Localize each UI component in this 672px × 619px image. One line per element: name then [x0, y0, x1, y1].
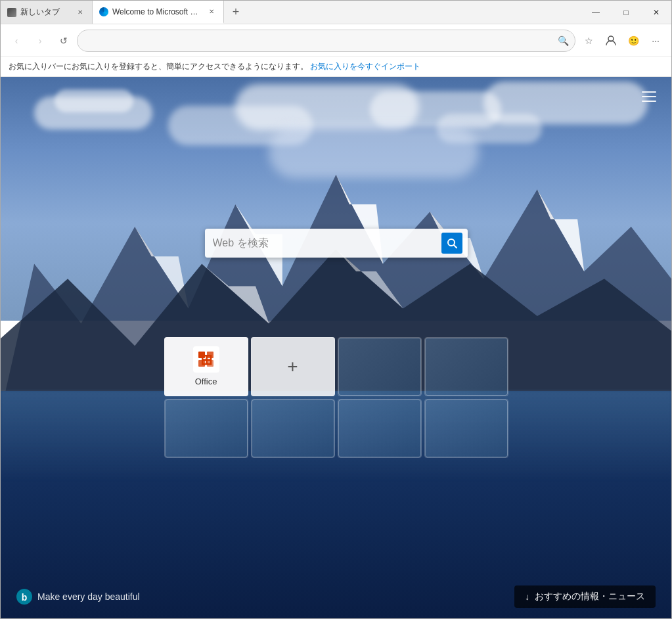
settings-more-button[interactable]: ···	[645, 30, 666, 51]
tab-area: 新しいタブ ✕ Welcome to Microsoft Edge Dev...…	[1, 1, 581, 24]
newtab-favicon-icon	[7, 8, 16, 17]
back-button[interactable]: ‹	[6, 30, 27, 51]
svg-line-11	[454, 245, 457, 248]
close-button[interactable]: ✕	[641, 1, 671, 24]
tab-edge-welcome[interactable]: Welcome to Microsoft Edge Dev... ✕	[93, 1, 224, 24]
maximize-button[interactable]: □	[611, 1, 641, 24]
thumb-bg-4	[252, 400, 334, 457]
cloud-2	[55, 89, 133, 112]
svg-text:b: b	[22, 592, 28, 603]
import-favorites-link[interactable]: お気に入りを今すぐインポート	[310, 62, 420, 71]
search-box	[205, 229, 468, 258]
tab-edge-label: Welcome to Microsoft Edge Dev...	[112, 7, 202, 16]
minimize-button[interactable]: —	[581, 1, 611, 24]
search-button[interactable]	[441, 233, 462, 254]
new-tab-button[interactable]: +	[224, 1, 248, 24]
browser-window: 新しいタブ ✕ Welcome to Microsoft Edge Dev...…	[0, 0, 672, 619]
news-btn-icon: ↓	[525, 591, 529, 602]
svg-rect-16	[198, 360, 205, 367]
thumb-bg-2	[425, 338, 508, 396]
office-dial-label: Office	[195, 377, 217, 386]
svg-rect-15	[207, 352, 213, 358]
news-button[interactable]: ↓ おすすめの情報・ニュース	[514, 585, 656, 608]
svg-rect-17	[207, 360, 213, 367]
speed-dial-thumb-2[interactable]	[424, 337, 508, 396]
tab-edge-close[interactable]: ✕	[206, 7, 217, 17]
web-search-input[interactable]	[213, 237, 441, 249]
thumb-bg-3	[165, 400, 248, 457]
customize-page-button[interactable]	[637, 85, 661, 108]
search-container	[205, 229, 468, 258]
search-icon	[447, 238, 457, 248]
speed-dial-office[interactable]: ⊞ Office	[164, 337, 248, 396]
refresh-button[interactable]: ↺	[53, 30, 74, 51]
speed-dial-thumb-5[interactable]	[338, 399, 422, 458]
info-bar-message: お気に入りバーにお気に入りを登録すると、簡単にアクセスできるようになります。	[9, 62, 308, 71]
edge-favicon-icon	[99, 7, 108, 16]
thumb-bg-6	[425, 400, 508, 457]
nav-actions: ☆ 🙂 ···	[578, 30, 666, 51]
speed-dial-thumb-4[interactable]	[251, 399, 335, 458]
speed-dial-thumb-1[interactable]	[338, 337, 422, 396]
bing-logo-icon: b	[16, 589, 32, 605]
svg-rect-14	[198, 352, 205, 358]
hamburger-line-1	[642, 91, 656, 93]
navigation-bar: ‹ › ↺ 🔍 ☆ 🙂 ···	[1, 24, 671, 57]
person-icon	[605, 35, 617, 47]
tab-newtab-close[interactable]: ✕	[75, 7, 85, 18]
window-controls: — □ ✕	[581, 1, 671, 24]
speed-dial-thumb-3[interactable]	[164, 399, 248, 458]
bing-tagline: Make every day beautiful	[37, 591, 140, 602]
main-content: ⊞ Office +	[1, 77, 671, 618]
add-dial-icon: +	[287, 356, 298, 377]
favorites-button[interactable]: ☆	[578, 30, 599, 51]
thumb-bg-1	[338, 338, 421, 396]
address-bar-wrapper: 🔍	[77, 30, 575, 52]
forward-button[interactable]: ›	[30, 30, 51, 51]
thumb-bg-5	[338, 400, 421, 457]
hamburger-line-3	[642, 101, 656, 102]
office-icon: ⊞	[193, 346, 219, 373]
speed-dial-thumb-6[interactable]	[424, 399, 508, 458]
bottom-bar: b Make every day beautiful ↓ おすすめの情報・ニュー…	[1, 585, 671, 608]
speed-dial-add[interactable]: +	[251, 337, 335, 396]
news-btn-label: おすすめの情報・ニュース	[535, 591, 645, 603]
title-bar: 新しいタブ ✕ Welcome to Microsoft Edge Dev...…	[1, 1, 671, 24]
info-bar: お気に入りバーにお気に入りを登録すると、簡単にアクセスできるようになります。 お…	[1, 57, 671, 77]
bing-branding: b Make every day beautiful	[16, 589, 140, 605]
speed-dials-grid: ⊞ Office +	[164, 337, 508, 458]
profile-button[interactable]	[600, 30, 621, 51]
tab-newtab[interactable]: 新しいタブ ✕	[1, 1, 93, 24]
address-search-icon: 🔍	[558, 35, 569, 46]
tab-newtab-label: 新しいタブ	[20, 7, 71, 18]
hamburger-line-2	[642, 96, 656, 97]
emoji-feedback-button[interactable]: 🙂	[623, 30, 644, 51]
address-bar[interactable]	[77, 30, 575, 52]
